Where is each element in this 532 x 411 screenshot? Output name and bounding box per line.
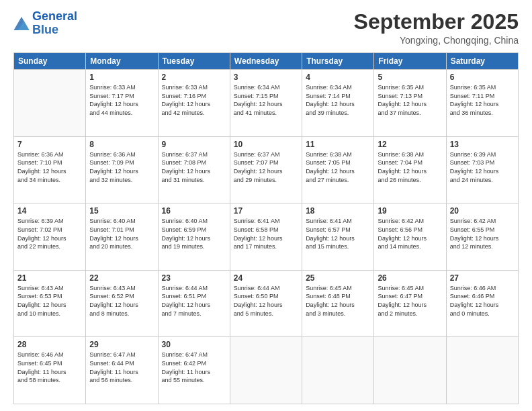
day-number: 7 (17, 140, 82, 149)
day-info: Sunrise: 6:37 AMSunset: 7:07 PMDaylight:… (234, 150, 298, 184)
day-info: Sunrise: 6:33 AMSunset: 7:17 PMDaylight:… (89, 83, 154, 117)
day-number: 9 (162, 140, 226, 149)
calendar-cell: 19Sunrise: 6:42 AMSunset: 6:56 PMDayligh… (374, 203, 446, 271)
day-info: Sunrise: 6:36 AMSunset: 7:09 PMDaylight:… (89, 150, 154, 184)
day-number: 1 (89, 73, 154, 82)
day-info: Sunrise: 6:35 AMSunset: 7:13 PMDaylight:… (378, 83, 442, 117)
calendar-cell: 1Sunrise: 6:33 AMSunset: 7:17 PMDaylight… (86, 70, 158, 137)
day-info: Sunrise: 6:35 AMSunset: 7:11 PMDaylight:… (450, 83, 515, 117)
col-sunday: Sunday (14, 53, 86, 70)
day-info: Sunrise: 6:38 AMSunset: 7:05 PMDaylight:… (306, 150, 370, 184)
week-row-4: 21Sunrise: 6:43 AMSunset: 6:53 PMDayligh… (14, 270, 519, 337)
day-info: Sunrise: 6:36 AMSunset: 7:10 PMDaylight:… (17, 150, 82, 184)
day-number: 11 (306, 140, 370, 149)
calendar-cell: 23Sunrise: 6:44 AMSunset: 6:51 PMDayligh… (158, 270, 230, 337)
day-number: 30 (162, 340, 226, 349)
month-title: September 2025 (354, 10, 519, 34)
calendar-cell: 16Sunrise: 6:40 AMSunset: 6:59 PMDayligh… (158, 203, 230, 271)
logo-icon (13, 17, 30, 30)
day-number: 6 (450, 73, 515, 82)
day-info: Sunrise: 6:45 AMSunset: 6:48 PMDaylight:… (306, 284, 370, 318)
calendar-cell: 18Sunrise: 6:41 AMSunset: 6:57 PMDayligh… (302, 203, 374, 271)
page: General Blue September 2025 Yongxing, Ch… (0, 0, 532, 411)
day-number: 18 (306, 206, 370, 216)
calendar-cell: 8Sunrise: 6:36 AMSunset: 7:09 PMDaylight… (86, 136, 158, 203)
day-number: 20 (450, 206, 515, 216)
day-number: 13 (450, 140, 515, 149)
day-number: 17 (234, 206, 298, 216)
day-info: Sunrise: 6:39 AMSunset: 7:02 PMDaylight:… (17, 217, 82, 250)
col-monday: Monday (86, 53, 158, 70)
week-row-2: 7Sunrise: 6:36 AMSunset: 7:10 PMDaylight… (14, 136, 519, 203)
day-info: Sunrise: 6:44 AMSunset: 6:51 PMDaylight:… (162, 284, 226, 318)
day-info: Sunrise: 6:41 AMSunset: 6:57 PMDaylight:… (306, 217, 370, 250)
calendar-cell (446, 337, 518, 404)
header: General Blue September 2025 Yongxing, Ch… (13, 10, 519, 46)
calendar-cell: 21Sunrise: 6:43 AMSunset: 6:53 PMDayligh… (14, 270, 86, 337)
calendar-cell: 10Sunrise: 6:37 AMSunset: 7:07 PMDayligh… (230, 136, 302, 203)
week-row-3: 14Sunrise: 6:39 AMSunset: 7:02 PMDayligh… (14, 203, 519, 271)
day-info: Sunrise: 6:46 AMSunset: 6:46 PMDaylight:… (450, 284, 515, 318)
logo-text: General Blue (32, 10, 77, 37)
calendar-table: Sunday Monday Tuesday Wednesday Thursday… (13, 52, 519, 404)
day-number: 28 (17, 340, 82, 349)
day-number: 27 (450, 273, 515, 283)
logo-line1: General (32, 9, 77, 23)
calendar-cell: 26Sunrise: 6:45 AMSunset: 6:47 PMDayligh… (374, 270, 446, 337)
calendar-cell: 25Sunrise: 6:45 AMSunset: 6:48 PMDayligh… (302, 270, 374, 337)
day-number: 16 (162, 206, 226, 216)
col-wednesday: Wednesday (230, 53, 302, 70)
day-info: Sunrise: 6:44 AMSunset: 6:50 PMDaylight:… (234, 284, 298, 318)
week-row-5: 28Sunrise: 6:46 AMSunset: 6:45 PMDayligh… (14, 337, 519, 404)
col-thursday: Thursday (302, 53, 374, 70)
calendar-cell: 17Sunrise: 6:41 AMSunset: 6:58 PMDayligh… (230, 203, 302, 271)
day-number: 5 (378, 73, 442, 82)
day-number: 26 (378, 273, 442, 283)
day-number: 4 (306, 73, 370, 82)
day-number: 23 (162, 273, 226, 283)
day-info: Sunrise: 6:38 AMSunset: 7:04 PMDaylight:… (378, 150, 442, 184)
col-friday: Friday (374, 53, 446, 70)
day-number: 22 (89, 273, 154, 283)
day-number: 10 (234, 140, 298, 149)
calendar-cell: 22Sunrise: 6:43 AMSunset: 6:52 PMDayligh… (86, 270, 158, 337)
calendar-cell: 27Sunrise: 6:46 AMSunset: 6:46 PMDayligh… (446, 270, 518, 337)
day-number: 3 (234, 73, 298, 82)
calendar-cell: 28Sunrise: 6:46 AMSunset: 6:45 PMDayligh… (14, 337, 86, 404)
calendar-cell (374, 337, 446, 404)
col-tuesday: Tuesday (158, 53, 230, 70)
calendar-cell: 29Sunrise: 6:47 AMSunset: 6:44 PMDayligh… (86, 337, 158, 404)
col-saturday: Saturday (446, 53, 518, 70)
day-info: Sunrise: 6:37 AMSunset: 7:08 PMDaylight:… (162, 150, 226, 184)
day-number: 8 (89, 140, 154, 149)
logo-line2: Blue (32, 23, 58, 36)
calendar-cell: 5Sunrise: 6:35 AMSunset: 7:13 PMDaylight… (374, 70, 446, 137)
day-info: Sunrise: 6:40 AMSunset: 6:59 PMDaylight:… (162, 217, 226, 250)
subtitle: Yongxing, Chongqing, China (354, 35, 519, 46)
calendar-cell: 15Sunrise: 6:40 AMSunset: 7:01 PMDayligh… (86, 203, 158, 271)
day-info: Sunrise: 6:47 AMSunset: 6:42 PMDaylight:… (162, 351, 226, 384)
day-info: Sunrise: 6:34 AMSunset: 7:15 PMDaylight:… (234, 83, 298, 117)
day-number: 25 (306, 273, 370, 283)
day-info: Sunrise: 6:43 AMSunset: 6:53 PMDaylight:… (17, 284, 82, 318)
calendar-cell: 14Sunrise: 6:39 AMSunset: 7:02 PMDayligh… (14, 203, 86, 271)
day-number: 21 (17, 273, 82, 283)
calendar-cell (14, 70, 86, 137)
day-info: Sunrise: 6:40 AMSunset: 7:01 PMDaylight:… (89, 217, 154, 250)
day-number: 29 (89, 340, 154, 349)
day-info: Sunrise: 6:45 AMSunset: 6:47 PMDaylight:… (378, 284, 442, 318)
day-info: Sunrise: 6:47 AMSunset: 6:44 PMDaylight:… (89, 351, 154, 384)
title-block: September 2025 Yongxing, Chongqing, Chin… (354, 10, 519, 46)
calendar-cell: 6Sunrise: 6:35 AMSunset: 7:11 PMDaylight… (446, 70, 518, 137)
day-info: Sunrise: 6:42 AMSunset: 6:56 PMDaylight:… (378, 217, 442, 250)
day-number: 19 (378, 206, 442, 216)
calendar-cell (230, 337, 302, 404)
calendar-cell: 11Sunrise: 6:38 AMSunset: 7:05 PMDayligh… (302, 136, 374, 203)
day-number: 15 (89, 206, 154, 216)
week-row-1: 1Sunrise: 6:33 AMSunset: 7:17 PMDaylight… (14, 70, 519, 137)
day-number: 24 (234, 273, 298, 283)
calendar-cell: 7Sunrise: 6:36 AMSunset: 7:10 PMDaylight… (14, 136, 86, 203)
day-info: Sunrise: 6:39 AMSunset: 7:03 PMDaylight:… (450, 150, 515, 184)
calendar-cell: 12Sunrise: 6:38 AMSunset: 7:04 PMDayligh… (374, 136, 446, 203)
day-info: Sunrise: 6:42 AMSunset: 6:55 PMDaylight:… (450, 217, 515, 250)
